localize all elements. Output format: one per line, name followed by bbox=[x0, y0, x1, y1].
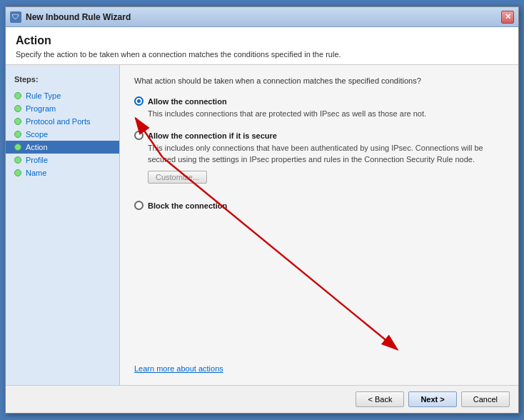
close-button[interactable]: ✕ bbox=[501, 11, 514, 24]
sidebar-label-protocol-ports: Protocol and Ports bbox=[26, 117, 91, 126]
option-allow-secure-desc: This includes only connections that have… bbox=[148, 143, 504, 165]
steps-label: Steps: bbox=[6, 72, 119, 89]
main-window: 🛡 New Inbound Rule Wizard ✕ Action Speci… bbox=[5, 6, 519, 414]
sidebar-label-rule-type: Rule Type bbox=[26, 91, 61, 100]
sidebar: Steps: Rule Type Program Protocol and Po… bbox=[6, 65, 120, 385]
sidebar-item-profile[interactable]: Profile bbox=[6, 154, 119, 166]
sidebar-label-action: Action bbox=[26, 143, 48, 151]
radio-row-allow[interactable]: Allow the connection bbox=[134, 96, 504, 106]
footer: < Back Next > Cancel bbox=[6, 385, 518, 413]
option-allow-secure: Allow the connection if it is secure Thi… bbox=[134, 131, 504, 184]
step-dot bbox=[14, 144, 21, 151]
step-dot bbox=[14, 105, 21, 112]
page-subtitle: Specify the action to be taken when a co… bbox=[16, 50, 508, 59]
option-allow-label: Allow the connection bbox=[148, 97, 227, 106]
option-block: Block the connection bbox=[134, 201, 504, 213]
back-button[interactable]: < Back bbox=[356, 391, 404, 407]
sidebar-item-program[interactable]: Program bbox=[6, 102, 119, 115]
sidebar-item-rule-type[interactable]: Rule Type bbox=[6, 89, 119, 102]
step-dot bbox=[14, 169, 21, 176]
step-dot bbox=[14, 118, 21, 125]
step-dot bbox=[14, 131, 21, 138]
learn-more-link[interactable]: Learn more about actions bbox=[134, 364, 223, 373]
step-dot bbox=[14, 156, 21, 164]
sidebar-label-profile: Profile bbox=[26, 156, 48, 164]
main-panel: What action should be taken when a conne… bbox=[120, 65, 518, 385]
sidebar-label-name: Name bbox=[26, 169, 46, 177]
sidebar-item-protocol-ports[interactable]: Protocol and Ports bbox=[6, 115, 119, 128]
customize-button[interactable]: Customize... bbox=[148, 171, 207, 184]
radio-block[interactable] bbox=[134, 201, 143, 210]
sidebar-item-action[interactable]: Action bbox=[6, 141, 119, 154]
page-title: Action bbox=[16, 34, 508, 47]
cancel-button[interactable]: Cancel bbox=[461, 391, 510, 407]
radio-allow-secure[interactable] bbox=[134, 131, 143, 140]
title-bar: 🛡 New Inbound Rule Wizard ✕ bbox=[6, 7, 518, 27]
option-allow: Allow the connection This includes conne… bbox=[134, 96, 504, 122]
question-text: What action should be taken when a conne… bbox=[134, 76, 504, 85]
radio-row-allow-secure[interactable]: Allow the connection if it is secure bbox=[134, 131, 504, 140]
option-block-label: Block the connection bbox=[148, 201, 227, 210]
svg-line-3 bbox=[163, 157, 398, 349]
window-icon: 🛡 bbox=[10, 11, 21, 23]
sidebar-item-scope[interactable]: Scope bbox=[6, 128, 119, 141]
header: Action Specify the action to be taken wh… bbox=[6, 27, 518, 65]
sidebar-label-program: Program bbox=[26, 104, 56, 113]
learn-more-section: Learn more about actions bbox=[134, 356, 504, 374]
window-title: New Inbound Rule Wizard bbox=[26, 12, 501, 22]
radio-row-block[interactable]: Block the connection bbox=[134, 201, 504, 210]
content-area: Steps: Rule Type Program Protocol and Po… bbox=[6, 65, 518, 385]
step-dot bbox=[14, 92, 21, 99]
option-allow-secure-label: Allow the connection if it is secure bbox=[148, 131, 277, 140]
option-allow-desc: This includes connections that are prote… bbox=[148, 109, 504, 119]
radio-allow[interactable] bbox=[134, 96, 143, 106]
sidebar-item-name[interactable]: Name bbox=[6, 166, 119, 179]
next-button[interactable]: Next > bbox=[408, 391, 456, 407]
sidebar-label-scope: Scope bbox=[26, 130, 48, 139]
